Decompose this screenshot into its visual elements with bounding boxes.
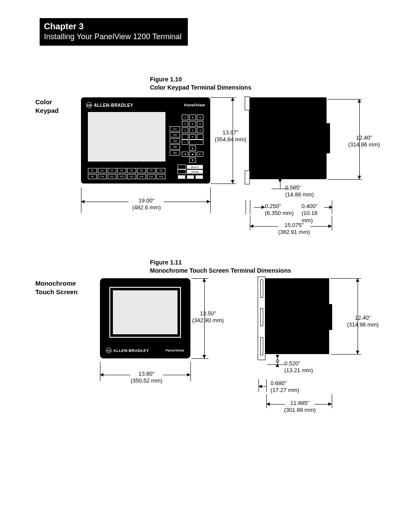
key-f17[interactable]: F17	[170, 126, 180, 131]
front-flange-top	[245, 96, 250, 110]
key-right-arrow[interactable]: →	[189, 140, 203, 145]
figure-1-11-caption: Figure 1.11 Monochrome Touch Screen Term…	[150, 258, 291, 275]
dim-line	[163, 375, 190, 375]
key-up-arrow[interactable]: ▲	[189, 146, 196, 151]
key-left-arrow[interactable]: ←	[182, 140, 188, 145]
touch-screen-side	[265, 278, 329, 354]
arrow-left-icon	[81, 200, 84, 203]
key-6[interactable]: 6	[197, 121, 203, 127]
key-9[interactable]: 9	[197, 115, 203, 120]
mounting-bracket	[258, 277, 265, 360]
arrow-right-icon	[262, 205, 265, 209]
rear-connector	[327, 123, 330, 153]
key-7[interactable]: 7	[182, 115, 188, 120]
key-tri-right[interactable]: ►	[197, 152, 203, 157]
key-4[interactable]: 4	[182, 121, 188, 127]
dim-line	[250, 226, 278, 227]
ab-logo: AB ALLEN-BRADLEY	[86, 102, 134, 108]
key-blank2[interactable]	[177, 169, 186, 174]
arrow-right-icon	[207, 200, 210, 203]
product-text: PanelView	[165, 348, 184, 352]
key-f7[interactable]: F7	[147, 168, 156, 173]
key-down-arrow[interactable]: ▼	[189, 158, 196, 163]
dim-tick	[210, 97, 236, 98]
key-f14[interactable]: F14	[137, 174, 146, 179]
key-f12[interactable]: F12	[117, 174, 126, 179]
key-f9[interactable]: F9	[88, 174, 97, 179]
key-f1[interactable]: F1	[88, 168, 97, 173]
key-cancel[interactable]: CANCEL	[187, 169, 203, 174]
dim-tick	[331, 354, 361, 355]
figure-1-10-title: Color Keypad Terminal Dimensions	[150, 84, 251, 92]
key-0[interactable]: 0	[189, 134, 196, 140]
spare-key-1[interactable]	[177, 175, 186, 179]
dim-tick	[266, 379, 267, 392]
arrow-up-icon	[231, 97, 234, 101]
touch-screen-front: AB ALLEN-BRADLEY PanelView	[100, 278, 190, 358]
dim-680: 0.680" (17.27 mm)	[271, 380, 305, 394]
dim-line	[81, 202, 128, 202]
touch-bezel	[109, 287, 181, 338]
dim-tick	[250, 200, 250, 214]
spare-key-2[interactable]	[187, 175, 195, 179]
key-f8[interactable]: F8	[156, 168, 165, 173]
arrow-down-icon	[358, 176, 361, 179]
dim-tick	[332, 394, 332, 408]
key-f2[interactable]: F2	[98, 168, 107, 173]
key-f21[interactable]: F21	[170, 150, 180, 156]
touch-screen-sidelabel: Monochrome Touch Screen	[35, 279, 78, 297]
key-f3[interactable]: F3	[108, 168, 117, 173]
key-f4[interactable]: F4	[117, 168, 126, 173]
key-f19[interactable]: F19	[170, 138, 180, 143]
dim-tick	[327, 99, 362, 100]
spare-key-3[interactable]	[195, 175, 203, 179]
key-blank[interactable]	[177, 165, 186, 169]
key-f20[interactable]: F20	[170, 144, 180, 149]
ab-logo-icon: AB	[106, 348, 112, 353]
arrow-down-icon	[231, 180, 234, 184]
key-f16[interactable]: F16	[156, 174, 165, 179]
key-f15[interactable]: F15	[147, 174, 156, 179]
arrow-up-icon	[358, 99, 361, 103]
select-cancel-keys: SELECT CANCEL	[177, 165, 203, 173]
dim-short-tick	[267, 364, 284, 365]
side-function-keys: F17 F18 F19 F20 F21	[170, 126, 180, 156]
key-f13[interactable]: F13	[127, 174, 136, 179]
key-dot[interactable]: .	[182, 134, 188, 140]
brand-text: ALLEN-BRADLEY	[94, 103, 134, 108]
key-8[interactable]: 8	[189, 115, 196, 120]
arrow-up-icon	[356, 278, 359, 282]
brand-bar: AB ALLEN-BRADLEY PanelView	[86, 101, 205, 109]
key-f11[interactable]: F11	[108, 174, 117, 179]
numeric-keypad: 7 8 9 4 5 6 1 2 3 . 0 -	[182, 115, 203, 140]
touch-brandbar: AB ALLEN-BRADLEY PanelView	[106, 348, 184, 353]
display-screen	[88, 112, 165, 162]
figure-1-11-number: Figure 1.11	[150, 258, 291, 267]
key-tri-center[interactable]: ■	[189, 152, 196, 157]
dim-tick	[332, 200, 332, 214]
key-1[interactable]: 1	[182, 128, 188, 133]
front-flange-bottom	[245, 171, 250, 184]
key-3[interactable]: 3	[197, 128, 203, 133]
key-f5[interactable]: F5	[127, 168, 136, 173]
key-2[interactable]: 2	[189, 128, 196, 133]
page: Chapter 3 Installing Your PanelView 1200…	[0, 0, 411, 532]
arrow-down-icon	[276, 355, 279, 358]
touch-display	[113, 290, 177, 334]
key-f10[interactable]: F10	[98, 174, 107, 179]
key-tri-left[interactable]: ◄	[182, 152, 188, 157]
key-select[interactable]: SELECT	[187, 165, 203, 169]
arrow-right-icon	[187, 373, 190, 376]
dim-tick	[266, 394, 267, 408]
key-minus[interactable]: -	[197, 134, 203, 140]
key-5[interactable]: 5	[189, 121, 196, 127]
chapter-header: Chapter 3 Installing Your PanelView 1200…	[40, 18, 188, 46]
figure-1-10-number: Figure 1.10	[150, 75, 251, 84]
dim-tick	[100, 362, 100, 381]
key-f6[interactable]: F6	[137, 168, 146, 173]
key-f18[interactable]: F18	[170, 132, 180, 137]
dim-depth-110: 15.075" (382.91 mm)	[276, 222, 312, 236]
dim-side-height-110: 12.40" (314.96 mm)	[347, 134, 381, 149]
dim-250: 0.250" (6.350 mm)	[265, 203, 296, 217]
dim-tick	[210, 187, 211, 213]
